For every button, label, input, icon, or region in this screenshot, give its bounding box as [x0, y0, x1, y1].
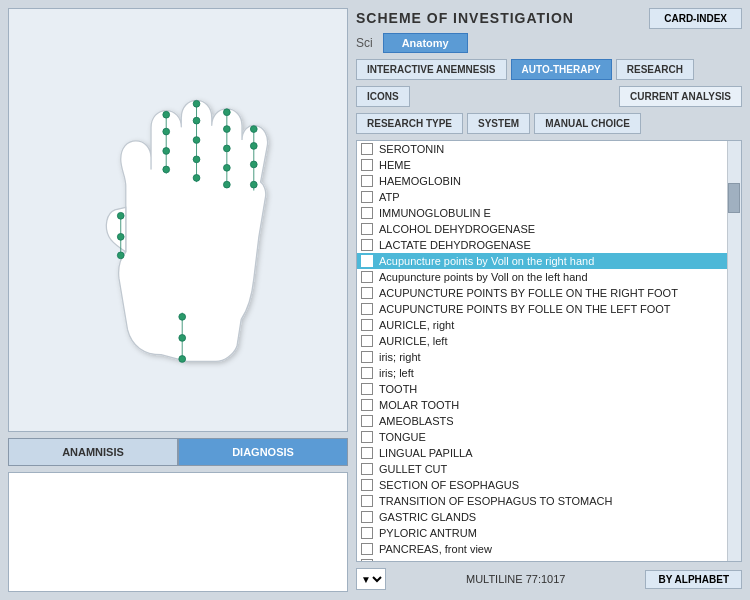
item-checkbox[interactable]	[361, 319, 373, 331]
item-label: Acupuncture points by Voll on the right …	[379, 255, 723, 267]
panel-header: SCHEME OF INVESTIGATION CARD-INDEX	[356, 8, 742, 29]
svg-point-17	[223, 126, 230, 133]
item-checkbox[interactable]	[361, 415, 373, 427]
list-item[interactable]: Acupuncture points by Voll on the left h…	[357, 269, 727, 285]
mode-dropdown[interactable]: ▼	[356, 568, 386, 590]
item-label: PANCREAS, front view	[379, 543, 723, 555]
list-item[interactable]: HEME	[357, 157, 727, 173]
item-label: GULLET CUT	[379, 463, 723, 475]
item-label: SEROTONIN	[379, 143, 723, 155]
list-item[interactable]: MOLAR TOOTH	[357, 397, 727, 413]
list-item[interactable]: iris; left	[357, 365, 727, 381]
scrollbar-thumb[interactable]	[728, 183, 740, 213]
research-button[interactable]: RESEARCH	[616, 59, 694, 80]
svg-point-24	[250, 161, 257, 168]
item-label: HEME	[379, 159, 723, 171]
items-list[interactable]: SEROTONINHEMEHAEMOGLOBINATPIMMUNOGLOBULI…	[356, 140, 742, 562]
alphabet-button[interactable]: BY ALPHABET	[645, 570, 742, 589]
system-button[interactable]: SYSTEM	[467, 113, 530, 134]
list-item[interactable]: AURICLE, right	[357, 317, 727, 333]
sci-label: Sci	[356, 36, 373, 50]
item-checkbox[interactable]	[361, 479, 373, 491]
svg-point-33	[179, 356, 186, 363]
buttons-row3: RESEARCH TYPE SYSTEM MANUAL CHOICE	[356, 113, 742, 134]
item-label: SECTION OF ESOPHAGUS	[379, 479, 723, 491]
panel-title: SCHEME OF INVESTIGATION	[356, 10, 574, 26]
list-item[interactable]: Acupuncture points by Voll on the right …	[357, 253, 727, 269]
item-checkbox[interactable]	[361, 495, 373, 507]
interactive-anemnesis-button[interactable]: INTERACTIVE ANEMNESIS	[356, 59, 507, 80]
svg-point-10	[193, 100, 200, 107]
item-checkbox[interactable]	[361, 559, 373, 562]
item-checkbox[interactable]	[361, 447, 373, 459]
list-item[interactable]: ATP	[357, 189, 727, 205]
list-item[interactable]: iris; right	[357, 349, 727, 365]
item-checkbox[interactable]	[361, 335, 373, 347]
list-item[interactable]: TONGUE	[357, 429, 727, 445]
multiline-label: MULTILINE 77:1017	[390, 573, 641, 585]
svg-point-22	[250, 126, 257, 133]
item-checkbox[interactable]	[361, 543, 373, 555]
list-item[interactable]: ALCOHOL DEHYDROGENASE	[357, 221, 727, 237]
item-checkbox[interactable]	[361, 463, 373, 475]
item-checkbox[interactable]	[361, 255, 373, 267]
anatomy-button[interactable]: Anatomy	[383, 33, 468, 53]
item-checkbox[interactable]	[361, 287, 373, 299]
svg-point-7	[163, 148, 170, 155]
research-type-button[interactable]: RESEARCH TYPE	[356, 113, 463, 134]
top-row: Sci Anatomy	[356, 33, 742, 53]
list-item[interactable]: PYLORIC ANTRUM	[357, 525, 727, 541]
item-checkbox[interactable]	[361, 511, 373, 523]
scrollbar[interactable]	[727, 141, 741, 561]
item-label: ACUPUNCTURE POINTS BY FOLLE ON THE LEFT …	[379, 303, 723, 315]
item-checkbox[interactable]	[361, 431, 373, 443]
list-item[interactable]: LACTATE DEHYDROGENASE	[357, 237, 727, 253]
item-checkbox[interactable]	[361, 399, 373, 411]
svg-point-8	[163, 166, 170, 173]
svg-point-25	[250, 181, 257, 188]
item-checkbox[interactable]	[361, 239, 373, 251]
item-checkbox[interactable]	[361, 207, 373, 219]
current-analysis-button[interactable]: CURRENT ANALYSIS	[619, 86, 742, 107]
list-item[interactable]: PANCREAS, front view	[357, 541, 727, 557]
item-checkbox[interactable]	[361, 527, 373, 539]
svg-point-20	[223, 181, 230, 188]
hand-illustration	[48, 60, 308, 380]
list-item[interactable]: SEROTONIN	[357, 141, 727, 157]
right-panel: SCHEME OF INVESTIGATION CARD-INDEX Sci A…	[356, 8, 742, 592]
item-label: TOOTH	[379, 383, 723, 395]
bottom-buttons: ANAMNISIS DIAGNOSIS	[8, 438, 348, 466]
list-item[interactable]: GASTRIC GLANDS	[357, 509, 727, 525]
list-item[interactable]: TRANSITION OF ESOPHAGUS TO STOMACH	[357, 493, 727, 509]
diagnosis-button[interactable]: DIAGNOSIS	[178, 438, 348, 466]
list-item[interactable]: AMEOBLASTS	[357, 413, 727, 429]
item-checkbox[interactable]	[361, 191, 373, 203]
item-checkbox[interactable]	[361, 383, 373, 395]
list-item[interactable]: WALL OF DOUDENUM	[357, 557, 727, 562]
item-checkbox[interactable]	[361, 143, 373, 155]
list-item[interactable]: GULLET CUT	[357, 461, 727, 477]
item-checkbox[interactable]	[361, 175, 373, 187]
anamnisis-button[interactable]: ANAMNISIS	[8, 438, 178, 466]
icons-button[interactable]: ICONS	[356, 86, 410, 107]
manual-choice-button[interactable]: MANUAL CHOICE	[534, 113, 641, 134]
item-checkbox[interactable]	[361, 351, 373, 363]
list-item[interactable]: ACUPUNCTURE POINTS BY FOLLE ON THE LEFT …	[357, 301, 727, 317]
item-checkbox[interactable]	[361, 271, 373, 283]
list-item[interactable]: SECTION OF ESOPHAGUS	[357, 477, 727, 493]
list-item[interactable]: IMMUNOGLOBULIN E	[357, 205, 727, 221]
list-item[interactable]: LINGUAL PAPILLA	[357, 445, 727, 461]
item-label: Acupuncture points by Voll on the left h…	[379, 271, 723, 283]
card-index-button[interactable]: CARD-INDEX	[649, 8, 742, 29]
item-checkbox[interactable]	[361, 367, 373, 379]
item-checkbox[interactable]	[361, 159, 373, 171]
list-item[interactable]: TOOTH	[357, 381, 727, 397]
list-item[interactable]: ACUPUNCTURE POINTS BY FOLLE ON THE RIGHT…	[357, 285, 727, 301]
list-item[interactable]: AURICLE, left	[357, 333, 727, 349]
item-checkbox[interactable]	[361, 303, 373, 315]
item-checkbox[interactable]	[361, 223, 373, 235]
list-item[interactable]: HAEMOGLOBIN	[357, 173, 727, 189]
auto-therapy-button[interactable]: AUTO-THERAPY	[511, 59, 612, 80]
svg-point-28	[117, 233, 124, 240]
item-label: WALL OF DOUDENUM	[379, 559, 723, 562]
